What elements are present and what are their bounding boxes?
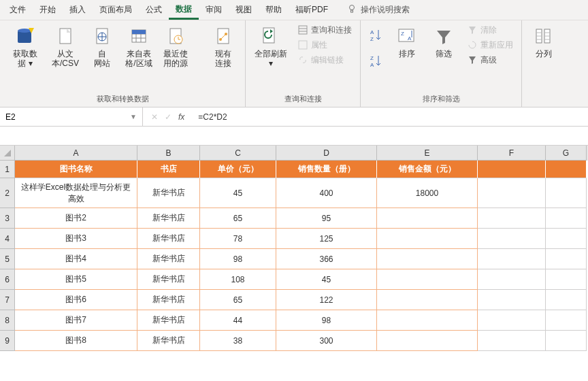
- cell[interactable]: 图书7: [15, 310, 137, 331]
- from-text-csv-button[interactable]: 从文 本/CSV: [48, 23, 83, 71]
- tab-formulas[interactable]: 公式: [139, 1, 169, 18]
- cell[interactable]: [377, 208, 478, 229]
- advanced-filter-button[interactable]: 高级: [463, 53, 517, 67]
- cancel-icon[interactable]: ✕: [151, 112, 158, 122]
- column-header-f[interactable]: F: [478, 146, 546, 161]
- cell[interactable]: [377, 229, 478, 249]
- cell[interactable]: [478, 331, 546, 351]
- cell[interactable]: 新华书店: [137, 208, 200, 229]
- table-header-cell[interactable]: 单价（元）: [200, 161, 276, 178]
- cell[interactable]: [377, 310, 478, 331]
- cell[interactable]: [377, 331, 478, 351]
- cell[interactable]: 45: [200, 178, 276, 208]
- column-header-b[interactable]: B: [137, 146, 200, 161]
- tab-data[interactable]: 数据: [169, 1, 199, 20]
- cell[interactable]: 300: [276, 331, 377, 351]
- cell[interactable]: [478, 178, 546, 208]
- table-header-cell[interactable]: 图书名称: [15, 161, 137, 178]
- cell[interactable]: 400: [276, 178, 377, 208]
- tab-home[interactable]: 开始: [33, 1, 63, 18]
- cell[interactable]: [546, 161, 587, 178]
- table-header-cell[interactable]: 书店: [137, 161, 200, 178]
- cell[interactable]: 图书8: [15, 331, 137, 351]
- row-header[interactable]: 7: [0, 290, 15, 310]
- cell[interactable]: 95: [276, 208, 377, 229]
- existing-connections-button[interactable]: 现有 连接: [206, 23, 241, 71]
- table-header-cell[interactable]: 销售金额（元）: [377, 161, 478, 178]
- row-header[interactable]: 5: [0, 249, 15, 269]
- cell[interactable]: [546, 310, 587, 331]
- row-header[interactable]: 9: [0, 331, 15, 351]
- cell[interactable]: 122: [276, 290, 377, 310]
- refresh-all-button[interactable]: 全部刷新 ▾: [250, 23, 292, 71]
- name-box[interactable]: E2 ▼: [0, 107, 143, 126]
- cell[interactable]: 图书2: [15, 208, 137, 229]
- column-header-a[interactable]: A: [15, 146, 137, 161]
- cell[interactable]: 新华书店: [137, 290, 200, 310]
- formula-input[interactable]: =C2*D2: [193, 112, 588, 122]
- cell[interactable]: [546, 208, 587, 229]
- cell[interactable]: 图书6: [15, 290, 137, 310]
- cell[interactable]: [546, 269, 587, 290]
- column-header-c[interactable]: C: [200, 146, 276, 161]
- cell[interactable]: [478, 161, 546, 178]
- tell-me-search[interactable]: 操作说明搜索: [347, 4, 410, 16]
- spreadsheet-grid[interactable]: A B C D E F G 1图书名称书店单价（元）销售数量（册）销售金额（元）…: [0, 146, 588, 351]
- tab-review[interactable]: 审阅: [199, 1, 229, 18]
- cell[interactable]: 新华书店: [137, 310, 200, 331]
- row-header[interactable]: 3: [0, 208, 15, 229]
- fx-icon[interactable]: fx: [178, 112, 184, 122]
- cell[interactable]: 新华书店: [137, 249, 200, 269]
- cell[interactable]: 新华书店: [137, 229, 200, 249]
- get-data-button[interactable]: 获取数 据 ▾: [4, 23, 46, 71]
- cell[interactable]: [546, 229, 587, 249]
- cell[interactable]: [546, 249, 587, 269]
- cell[interactable]: 65: [200, 208, 276, 229]
- from-table-button[interactable]: 来自表 格/区域: [121, 23, 157, 71]
- tab-file[interactable]: 文件: [3, 1, 33, 18]
- filter-button[interactable]: 筛选: [426, 23, 461, 61]
- cell[interactable]: [478, 290, 546, 310]
- cell[interactable]: [546, 331, 587, 351]
- row-header[interactable]: 8: [0, 310, 15, 331]
- cell[interactable]: [478, 310, 546, 331]
- cell[interactable]: 366: [276, 249, 377, 269]
- row-header[interactable]: 6: [0, 269, 15, 290]
- cell[interactable]: [478, 229, 546, 249]
- cell[interactable]: [377, 269, 478, 290]
- tab-insert[interactable]: 插入: [63, 1, 93, 18]
- cell[interactable]: [546, 178, 587, 208]
- cell[interactable]: 38: [200, 331, 276, 351]
- cell[interactable]: 98: [276, 310, 377, 331]
- tab-view[interactable]: 视图: [229, 1, 259, 18]
- cell[interactable]: 18000: [377, 178, 478, 208]
- recent-sources-button[interactable]: 最近使 用的源: [158, 23, 193, 71]
- sort-button[interactable]: ZA排序: [389, 23, 425, 61]
- cell[interactable]: 图书3: [15, 229, 137, 249]
- column-header-d[interactable]: D: [276, 146, 377, 161]
- tab-layout[interactable]: 页面布局: [93, 1, 139, 18]
- tab-foxit[interactable]: 福昕PDF: [289, 1, 335, 18]
- tab-help[interactable]: 帮助: [259, 1, 289, 18]
- row-header[interactable]: 2: [0, 178, 15, 208]
- properties-button[interactable]: 属性: [293, 38, 356, 52]
- cell[interactable]: [546, 290, 587, 310]
- select-all-corner[interactable]: [0, 146, 15, 161]
- cell[interactable]: 图书5: [15, 269, 137, 290]
- cell[interactable]: [478, 249, 546, 269]
- clear-filter-button[interactable]: 清除: [463, 23, 517, 37]
- cell[interactable]: 65: [200, 290, 276, 310]
- cell[interactable]: [377, 249, 478, 269]
- edit-links-button[interactable]: 编辑链接: [293, 53, 356, 67]
- cell[interactable]: [478, 269, 546, 290]
- cell[interactable]: 这样学Excel数据处理与分析更高效: [15, 178, 137, 208]
- reapply-button[interactable]: 重新应用: [463, 38, 517, 52]
- from-web-button[interactable]: 自 网站: [84, 23, 120, 71]
- cell[interactable]: [478, 208, 546, 229]
- cell[interactable]: 125: [276, 229, 377, 249]
- cell[interactable]: 新华书店: [137, 178, 200, 208]
- table-header-cell[interactable]: 销售数量（册）: [276, 161, 377, 178]
- column-header-g[interactable]: G: [546, 146, 587, 161]
- cell[interactable]: 78: [200, 229, 276, 249]
- queries-connections-button[interactable]: 查询和连接: [293, 23, 356, 37]
